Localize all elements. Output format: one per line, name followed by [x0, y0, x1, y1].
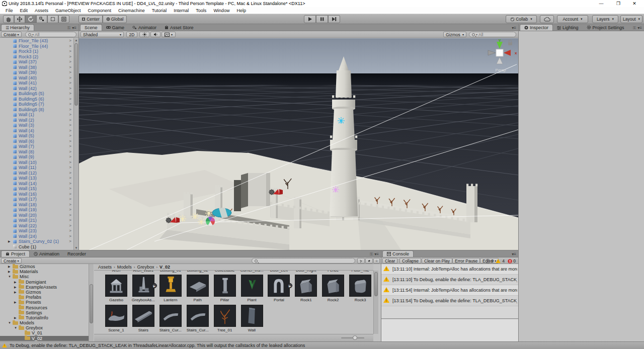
panel-menu-icon[interactable]: ▾≡ [374, 252, 379, 256]
foldout-icon[interactable]: ▶ [8, 269, 11, 274]
asset-label[interactable]: Gazebo [103, 298, 130, 302]
prefab-open-arrow[interactable]: > [69, 165, 71, 170]
pivot-toggle-button[interactable]: Center [78, 15, 103, 23]
prefab-open-arrow[interactable]: > [69, 128, 71, 134]
foldout-icon[interactable]: ▶ [8, 264, 11, 269]
lock-icon[interactable]: ⚿ [633, 26, 636, 31]
prefab-open-arrow[interactable]: > [69, 207, 71, 213]
project-folder-v_02[interactable]: V_02 [0, 336, 89, 341]
hierarchy-item[interactable]: Wall (23)> [0, 228, 73, 234]
menu-assets[interactable]: Assets [31, 8, 52, 13]
foldout-icon[interactable]: ▼ [14, 325, 17, 330]
console-detail-pane[interactable] [381, 319, 518, 341]
prefab-open-arrow[interactable]: > [69, 59, 71, 65]
scene-effects-dropdown[interactable]: ▾ [162, 32, 176, 37]
scene-search-input[interactable]: ▾ All [469, 32, 516, 37]
step-button[interactable] [328, 15, 340, 23]
asset-label[interactable]: Stairs [130, 328, 157, 332]
shading-mode-dropdown[interactable]: Shaded▾ [80, 32, 124, 37]
collab-dropdown[interactable]: Collab [506, 15, 537, 23]
menu-internal[interactable]: Internal [170, 8, 192, 13]
hierarchy-item[interactable]: Wall (38)> [0, 65, 73, 70]
asset-thumbnail-lantern[interactable] [159, 275, 182, 297]
hierarchy-item[interactable]: ▶Stairs_Curvy_02 (1)> [0, 239, 73, 244]
asset-thumbnail-stairs_c[interactable] [159, 305, 182, 327]
prefab-open-arrow[interactable]: > [69, 218, 71, 223]
panel-menu-icon[interactable]: ▾≡ [512, 252, 516, 256]
project-tree-scrollbar[interactable] [89, 264, 94, 341]
hierarchy-item[interactable]: Rock3 (1)> [0, 49, 73, 54]
console-message[interactable]: [13:11:54] Internal: JobTempAlloc has al… [381, 285, 518, 296]
asset-label[interactable]: Pillar [211, 298, 238, 302]
hierarchy-item[interactable]: Wall (4)> [0, 128, 73, 134]
prefab-open-arrow[interactable]: > [69, 197, 71, 202]
hierarchy-item[interactable]: Wall (40)> [0, 75, 73, 81]
hierarchy-item[interactable]: Floor_Tile (44)> [0, 44, 73, 49]
menu-window[interactable]: Window [210, 8, 233, 13]
prefab-open-arrow[interactable]: > [69, 80, 71, 86]
asset-label[interactable]: Portal [265, 298, 292, 302]
project-folder-materials[interactable]: ▶Materials [0, 269, 89, 274]
maximize-button[interactable]: ❐ [612, 1, 625, 7]
prefab-open-arrow[interactable]: > [69, 228, 71, 234]
hierarchy-item[interactable]: Wall (10)> [0, 160, 73, 165]
hierarchy-item[interactable]: Wall (17)> [0, 197, 73, 202]
project-folder-demigiant[interactable]: ▶Demigiant [0, 280, 89, 285]
prefab-open-arrow[interactable]: > [69, 75, 71, 81]
hierarchy-item[interactable]: Wall (8)> [0, 149, 73, 155]
foldout-icon[interactable]: ▶ [14, 315, 17, 320]
breadcrumb[interactable]: Assets› Models› Greybox› V_02 [94, 264, 373, 271]
hierarchy-item[interactable]: Wall (42)> [0, 86, 73, 92]
hierarchy-item[interactable]: Wall (21)> [0, 218, 73, 223]
layout-dropdown[interactable]: Layout [620, 15, 642, 23]
color-wheel-gizmo[interactable] [206, 217, 215, 226]
menu-gameobject[interactable]: GameObject [52, 8, 85, 13]
gizmos-dropdown[interactable]: Gizmos▾ [443, 32, 466, 37]
asset-label[interactable]: Stairs_Cur... [157, 328, 184, 332]
foldout-icon[interactable]: ▶ [8, 239, 11, 244]
asset-thumbnail-rock[interactable] [295, 275, 317, 297]
prefab-open-arrow[interactable]: > [69, 107, 71, 113]
asset-thumbnail-scene1[interactable] [105, 305, 127, 327]
asset-thumbnail-pillar[interactable] [214, 275, 236, 297]
hierarchy-scrollbar[interactable]: ▲ ▼ [73, 38, 78, 250]
panel-menu-icon[interactable]: ▾≡ [512, 26, 516, 30]
foldout-icon[interactable]: ▶ [14, 300, 17, 305]
prefab-open-arrow[interactable]: > [69, 160, 71, 165]
prefab-open-arrow[interactable]: > [69, 170, 71, 176]
asset-label[interactable]: Building_01 [157, 271, 184, 273]
rect-tool-button[interactable] [47, 15, 58, 23]
open-asset-icon[interactable] [357, 258, 365, 264]
viewcube-center[interactable] [496, 49, 503, 56]
scene-lighting-toggle[interactable] [139, 32, 149, 37]
asset-label[interactable]: Scene_1 [103, 328, 130, 332]
prefab-open-arrow[interactable]: > [69, 102, 71, 107]
tab-scene[interactable]: Scene [80, 24, 102, 31]
project-create-button[interactable]: Create▾ [1, 258, 22, 264]
tab-project-settings[interactable]: Project Settings [583, 24, 628, 31]
console-message[interactable]: [13:11:10] Internal: JobTempAlloc has al… [381, 264, 518, 275]
asset-grid-scrollbar[interactable] [373, 271, 378, 334]
hierarchy-item[interactable]: Wall (9)> [0, 154, 73, 160]
move-tool-button[interactable] [14, 15, 25, 23]
menu-help[interactable]: Help [233, 8, 250, 13]
project-folder-presets[interactable]: ▶Presets [0, 300, 89, 305]
hierarchy-item[interactable]: Wall (11)> [0, 165, 73, 170]
space-toggle-button[interactable]: Global [103, 15, 127, 23]
lock-icon[interactable]: ⚿ [370, 252, 373, 257]
hierarchy-item[interactable]: Wall (2)> [0, 118, 73, 123]
project-folder-gizmos[interactable]: ▶Gizmos [0, 264, 89, 269]
project-folder-settings[interactable]: Settings [0, 310, 89, 315]
project-folder-misc[interactable]: ▼Misc [0, 274, 89, 279]
asset-label[interactable]: Collectable [211, 271, 238, 273]
asset-expand-arrow[interactable]: ▶ [287, 283, 292, 288]
console-error-pause-button[interactable]: Error Pause [452, 258, 480, 264]
project-folder-gizmos[interactable]: ▶Gizmos [0, 290, 89, 295]
scene-3d-view[interactable]: y x Persp [79, 38, 518, 250]
prefab-open-arrow[interactable]: > [69, 44, 71, 49]
hierarchy-item[interactable]: Building5 (6)> [0, 97, 73, 102]
hierarchy-item[interactable]: Wall (14)> [0, 181, 73, 187]
minimize-button[interactable]: — [595, 1, 608, 7]
thumbnail-size-knob[interactable] [353, 335, 357, 340]
menu-tools[interactable]: Tools [192, 8, 210, 13]
